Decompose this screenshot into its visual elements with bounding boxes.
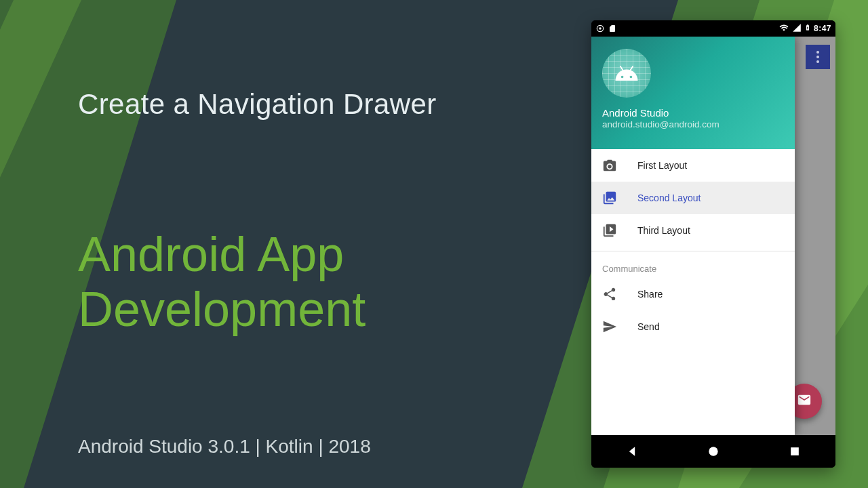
home-button[interactable] xyxy=(707,445,720,458)
camera-icon xyxy=(602,158,617,173)
slide-footer: Android Studio 3.0.1 | Kotlin | 2018 xyxy=(78,436,371,458)
nav-item-third-layout[interactable]: Third Layout xyxy=(591,214,795,247)
send-icon xyxy=(602,319,617,334)
wifi-icon xyxy=(778,23,789,35)
slideshow-icon xyxy=(602,223,617,238)
avatar xyxy=(602,49,651,98)
nav-item-label: Share xyxy=(637,289,663,300)
svg-point-11 xyxy=(709,447,717,455)
nav-item-first-layout[interactable]: First Layout xyxy=(591,149,795,182)
navigation-drawer: Android Studio android.studio@android.co… xyxy=(591,37,795,435)
android-head-icon xyxy=(612,64,642,83)
svg-line-9 xyxy=(620,66,623,70)
recents-button[interactable] xyxy=(788,445,802,458)
status-notification-icon xyxy=(595,24,605,33)
nav-item-label: Send xyxy=(637,321,660,332)
nav-item-send[interactable]: Send xyxy=(591,310,795,343)
drawer-header: Android Studio android.studio@android.co… xyxy=(591,37,795,149)
nav-item-label: First Layout xyxy=(637,160,687,171)
status-time: 8:47 xyxy=(814,24,831,33)
status-bar: 8:47 xyxy=(591,20,835,37)
overflow-menu-button[interactable] xyxy=(806,45,830,69)
device-frame: 8:47 Android Studio android.studio@andro… xyxy=(591,20,835,468)
sdcard-icon xyxy=(608,24,616,33)
svg-point-7 xyxy=(621,76,624,79)
slide-subtitle: Create a Navigation Drawer xyxy=(78,88,437,121)
drawer-header-name: Android Studio xyxy=(602,107,784,119)
battery-icon xyxy=(804,22,811,35)
svg-rect-12 xyxy=(791,447,799,455)
system-nav-bar xyxy=(591,435,835,468)
nav-item-label: Third Layout xyxy=(637,225,690,236)
slide-heading-2: Development xyxy=(78,282,366,336)
nav-item-label: Second Layout xyxy=(637,192,701,203)
drawer-menu: First Layout Second Layout Third Layout … xyxy=(591,149,795,435)
svg-point-6 xyxy=(599,27,601,30)
section-label-communicate: Communicate xyxy=(591,256,795,278)
gallery-icon xyxy=(602,190,617,205)
svg-line-10 xyxy=(631,66,633,70)
menu-divider xyxy=(591,251,795,251)
nav-item-second-layout[interactable]: Second Layout xyxy=(591,182,795,214)
mail-icon xyxy=(797,392,812,410)
back-button[interactable] xyxy=(625,445,639,458)
drawer-header-email: android.studio@android.com xyxy=(602,119,784,129)
cellular-icon xyxy=(792,23,802,35)
slide-heading-1: Android App xyxy=(78,227,344,281)
nav-item-share[interactable]: Share xyxy=(591,278,795,310)
slide-heading: Android App Development xyxy=(78,227,366,336)
svg-marker-1 xyxy=(0,0,81,488)
svg-point-8 xyxy=(630,76,633,79)
share-icon xyxy=(602,287,617,302)
